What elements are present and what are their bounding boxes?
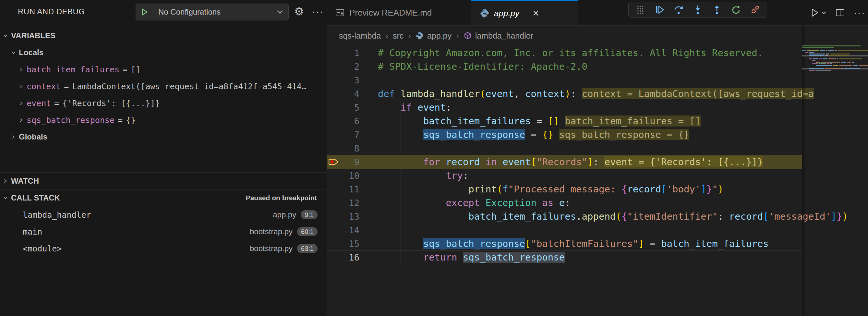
line-number[interactable]: 3 bbox=[327, 75, 360, 85]
callstack-frame[interactable]: <module>bootstrap.py63:1 bbox=[0, 240, 327, 257]
line-number[interactable]: 2 bbox=[327, 62, 360, 72]
code-line-6[interactable]: 6 batch_item_failures = [] batch_item_fa… bbox=[327, 114, 802, 128]
line-number[interactable]: 10 bbox=[327, 171, 360, 181]
editor-tab-bar: Preview README.md app.py ✕ bbox=[327, 0, 868, 26]
line-number[interactable]: 15 bbox=[327, 239, 360, 249]
minimap[interactable] bbox=[802, 45, 868, 104]
chevron-down-icon[interactable] bbox=[0, 195, 11, 200]
chevron-right-icon[interactable] bbox=[0, 179, 11, 184]
code-line-3[interactable]: 3 bbox=[327, 73, 802, 87]
frame-file: app.py bbox=[273, 210, 296, 219]
variable-value: LambdaContext([aws_request_id=a8fa412f-a… bbox=[72, 82, 327, 91]
line-number[interactable]: 1 bbox=[327, 48, 360, 58]
tab-label[interactable]: app.py bbox=[494, 8, 519, 19]
scope-row-globals[interactable]: Globals bbox=[0, 128, 327, 145]
tab-app-py[interactable]: app.py ✕ bbox=[471, 0, 578, 25]
frame-line-badge: 60:1 bbox=[297, 227, 317, 236]
start-debug-icon[interactable] bbox=[136, 4, 153, 20]
chevron-right-icon[interactable] bbox=[16, 101, 27, 106]
preview-icon bbox=[335, 8, 345, 18]
tab-preview-readme[interactable]: Preview README.md bbox=[327, 0, 471, 25]
frame-line-badge: 9:1 bbox=[301, 210, 317, 219]
variable-row-context[interactable]: context=LambdaContext([aws_request_id=a8… bbox=[0, 78, 327, 95]
minimap-line bbox=[802, 54, 851, 55]
chevron-right-icon[interactable] bbox=[16, 118, 27, 123]
debug-config-label[interactable]: No Configurations bbox=[153, 7, 277, 17]
minimap-line bbox=[802, 70, 832, 71]
equals-sign: = bbox=[123, 65, 127, 74]
callstack-section: CALL STACK Paused on breakpoint lambda_h… bbox=[0, 189, 327, 257]
step-over-button[interactable] bbox=[672, 3, 686, 16]
chevron-right-icon[interactable] bbox=[8, 135, 19, 139]
line-content: # SPDX-License-Identifier: Apache-2.0 bbox=[378, 61, 587, 72]
continue-button[interactable] bbox=[652, 3, 666, 16]
indent-guide bbox=[401, 101, 401, 264]
line-number[interactable]: 12 bbox=[327, 198, 360, 208]
variable-row-batch_item_failures[interactable]: batch_item_failures=[] bbox=[0, 61, 327, 78]
line-number[interactable]: 5 bbox=[327, 102, 360, 113]
line-number[interactable]: 7 bbox=[327, 130, 360, 140]
debug-config-dropdown[interactable]: No Configurations bbox=[135, 4, 289, 21]
chevron-down-icon[interactable] bbox=[277, 10, 288, 14]
line-number[interactable]: 4 bbox=[327, 89, 360, 99]
chevron-right-icon[interactable] bbox=[16, 67, 27, 72]
line-number[interactable]: 6 bbox=[327, 116, 360, 126]
close-icon[interactable]: ✕ bbox=[532, 8, 539, 19]
breadcrumb-item-folder[interactable]: src bbox=[393, 31, 404, 40]
chevron-right-icon[interactable] bbox=[16, 84, 27, 89]
code-line-15[interactable]: 15 sqs_batch_response["batchItemFailures… bbox=[327, 237, 802, 250]
line-number[interactable]: 11 bbox=[327, 184, 360, 194]
step-out-button[interactable] bbox=[710, 3, 724, 16]
variable-row-event[interactable]: event={'Records': [{...}]} bbox=[0, 95, 327, 112]
code-line-12[interactable]: 12 except Exception as e: bbox=[327, 196, 802, 210]
line-number[interactable]: 13 bbox=[327, 212, 360, 222]
scope-row-locals[interactable]: Locals bbox=[0, 44, 327, 61]
code-editor[interactable]: 1# Copyright Amazon.com, Inc. or its aff… bbox=[327, 46, 802, 264]
variable-value: {} bbox=[126, 116, 327, 125]
chevron-down-icon[interactable] bbox=[0, 33, 11, 38]
code-line-11[interactable]: 11 print(f"Processed message: {record['b… bbox=[327, 182, 802, 196]
variable-row-sqs_batch_response[interactable]: sqs_batch_response={} bbox=[0, 112, 327, 128]
line-number[interactable]: 14 bbox=[327, 225, 360, 235]
variables-section: VARIABLES Localsbatch_item_failures=[]co… bbox=[0, 27, 327, 145]
callstack-section-header[interactable]: CALL STACK Paused on breakpoint bbox=[0, 189, 327, 206]
code-line-1[interactable]: 1# Copyright Amazon.com, Inc. or its aff… bbox=[327, 46, 802, 60]
variables-section-header[interactable]: VARIABLES bbox=[0, 27, 327, 44]
split-editor-button[interactable] bbox=[835, 7, 845, 18]
watch-section-header[interactable]: WATCH bbox=[0, 172, 327, 189]
code-line-8[interactable]: 8 bbox=[327, 141, 802, 155]
line-content: for record in event["Records"]: event = … bbox=[378, 156, 763, 167]
code-line-14[interactable]: 14 bbox=[327, 223, 802, 237]
code-line-16[interactable]: 16 return sqs_batch_response bbox=[327, 250, 802, 264]
editor-more-actions-icon[interactable]: ··· bbox=[854, 7, 865, 18]
indent-guide bbox=[445, 169, 445, 223]
breadcrumb-item-folder[interactable]: sqs-lambda bbox=[339, 31, 381, 40]
breakpoint-paused-icon[interactable] bbox=[329, 157, 342, 168]
variable-name: sqs_batch_response bbox=[27, 116, 115, 125]
callstack-frame[interactable]: lambda_handlerapp.py9:1 bbox=[0, 206, 327, 223]
chevron-down-icon[interactable] bbox=[8, 50, 19, 55]
tab-label[interactable]: Preview README.md bbox=[349, 8, 432, 18]
breadcrumb-item-file[interactable]: app.py bbox=[427, 31, 452, 40]
run-python-file-button[interactable] bbox=[809, 7, 827, 18]
line-number[interactable]: 16 bbox=[327, 252, 360, 262]
code-line-9[interactable]: 9 for record in event["Records"]: event … bbox=[327, 155, 802, 169]
code-line-7[interactable]: 7 sqs_batch_response = {} sqs_batch_resp… bbox=[327, 128, 802, 141]
code-line-4[interactable]: 4def lambda_handler(event, context): con… bbox=[327, 87, 802, 101]
code-line-10[interactable]: 10 try: bbox=[327, 169, 802, 182]
minimap-line bbox=[802, 52, 815, 53]
restart-button[interactable] bbox=[729, 3, 743, 16]
breadcrumb-item-symbol[interactable]: lambda_handler bbox=[475, 31, 533, 40]
line-number[interactable]: 8 bbox=[327, 144, 360, 154]
callstack-frame[interactable]: mainbootstrap.py60:1 bbox=[0, 223, 327, 240]
gear-icon[interactable]: ⚙ bbox=[292, 3, 306, 20]
step-into-button[interactable] bbox=[690, 3, 705, 16]
equals-sign: = bbox=[64, 82, 69, 91]
code-line-5[interactable]: 5 if event: bbox=[327, 101, 802, 114]
code-line-2[interactable]: 2# SPDX-License-Identifier: Apache-2.0 bbox=[327, 60, 802, 73]
disconnect-button[interactable] bbox=[748, 3, 762, 16]
breadcrumb-separator: › bbox=[408, 31, 411, 41]
drag-handle-icon[interactable] bbox=[633, 3, 647, 16]
sidebar-more-icon[interactable]: ··· bbox=[310, 3, 326, 20]
code-line-13[interactable]: 13 batch_item_failures.append({"itemIden… bbox=[327, 210, 802, 223]
